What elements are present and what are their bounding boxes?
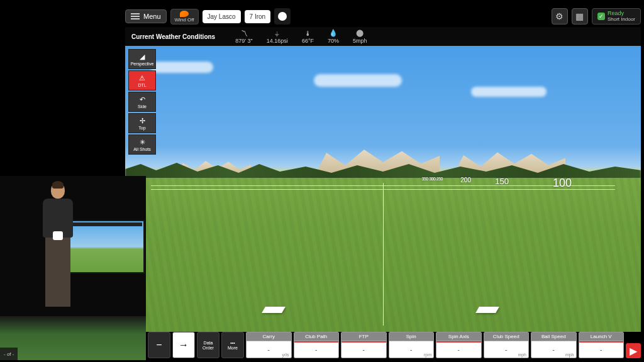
- mountain-icon: 〽: [241, 30, 248, 37]
- metric-label: Club Path: [294, 332, 339, 341]
- metric-card[interactable]: FTP-: [341, 332, 387, 358]
- wind-label: Wind Off: [175, 17, 194, 23]
- minus-button[interactable]: −: [148, 332, 170, 358]
- pip-bottom-bar: - of -: [0, 348, 18, 360]
- gear-icon: ⚙: [555, 11, 564, 21]
- view-perspective-button[interactable]: ◢Perspective: [128, 49, 156, 69]
- metric-unit: yds: [282, 353, 289, 357]
- more-button[interactable]: •••More: [221, 332, 244, 358]
- ready-status: ✓ Ready Short Indoor: [592, 8, 641, 25]
- metric-label: Ball Speed: [531, 332, 576, 341]
- arrow-right-icon: →: [179, 339, 189, 351]
- ball-icon: [278, 12, 287, 21]
- metric-card[interactable]: Spin Axis-: [436, 332, 482, 358]
- metric-label: Spin Axis: [436, 332, 481, 341]
- menu-button[interactable]: Menu: [125, 9, 167, 23]
- sky: [125, 55, 641, 131]
- tee-marker-left: [262, 307, 286, 313]
- play-icon: ▶: [630, 345, 637, 357]
- next-button[interactable]: →: [172, 332, 195, 358]
- aim-line: [383, 183, 384, 326]
- metric-value: -yds: [247, 341, 291, 358]
- metric-value: -rpm: [389, 341, 434, 358]
- tee-marker-right: [475, 307, 499, 313]
- metric-value: -: [341, 341, 386, 358]
- allshots-icon: ✳: [140, 138, 145, 146]
- wind-icon: [180, 11, 189, 17]
- data-order-button[interactable]: DataOrder: [197, 332, 219, 358]
- menu-label: Menu: [143, 13, 161, 20]
- perspective-icon: ◢: [140, 53, 145, 61]
- weather-humidity: 💧70%: [328, 29, 339, 44]
- thermometer-icon: 🌡: [304, 30, 311, 37]
- apps-button[interactable]: ▦: [572, 8, 588, 25]
- metric-card[interactable]: Launch V-: [579, 332, 625, 358]
- simulation-view[interactable]: 100 150 200 350 300 250 ◢Perspective ⚠DT…: [125, 46, 641, 332]
- metric-label: FTP: [341, 332, 386, 341]
- metric-card[interactable]: Club Path-: [294, 332, 340, 358]
- simulator-app: Menu Wind Off Jay Lasco 7 Iron ⚙ ▦ ✓ Rea…: [125, 8, 641, 359]
- metric-value: -mph: [531, 341, 576, 358]
- metric-unit: rpm: [424, 353, 431, 357]
- metric-unit: mph: [518, 353, 526, 357]
- metric-unit: mph: [565, 353, 574, 357]
- metric-value: -: [294, 341, 339, 358]
- wind-button[interactable]: Wind Off: [170, 9, 199, 25]
- play-button[interactable]: ▶: [626, 343, 641, 358]
- metric-card[interactable]: Carry-yds: [246, 332, 292, 358]
- club-chip[interactable]: 7 Iron: [245, 10, 271, 23]
- metric-label: Launch V: [579, 332, 624, 341]
- metric-card[interactable]: Ball Speed-mph: [531, 332, 577, 358]
- pressure-icon: ⏚: [275, 30, 279, 37]
- metric-value: -: [579, 341, 624, 358]
- pip-person: [33, 176, 83, 333]
- metric-value: -mph: [484, 341, 529, 358]
- top-bar: Menu Wind Off Jay Lasco 7 Iron ⚙ ▦ ✓ Rea…: [125, 8, 641, 25]
- metric-label: Spin: [389, 332, 434, 341]
- distance-marker: 350 300 250: [422, 177, 443, 181]
- droplet-icon: 💧: [329, 29, 338, 37]
- view-dtl-button[interactable]: ⚠DTL: [128, 70, 156, 90]
- compass-icon: ⬤: [356, 29, 364, 37]
- minus-icon: −: [156, 339, 162, 351]
- check-icon: ✓: [597, 13, 605, 20]
- distance-marker: 150: [495, 177, 509, 186]
- dtl-icon: ⚠: [139, 74, 145, 82]
- grid-icon: ▦: [575, 11, 584, 21]
- weather-temp: 🌡66°F: [302, 30, 314, 44]
- ready-label: Ready: [608, 11, 635, 16]
- metric-label: Carry: [247, 332, 291, 341]
- camera-pip: - of -: [0, 176, 146, 360]
- view-panel: ◢Perspective ⚠DTL ↶Side ✢Top ✳All Shots: [128, 49, 156, 155]
- metric-value: -: [436, 341, 481, 358]
- metrics-row: Carry-ydsClub Path-FTP-Spin-rpmSpin Axis…: [246, 332, 624, 358]
- distance-marker: 200: [460, 177, 471, 184]
- ball-button[interactable]: [274, 8, 291, 25]
- side-icon: ↶: [140, 96, 145, 104]
- view-top-button[interactable]: ✢Top: [128, 113, 156, 133]
- distance-marker: 100: [553, 177, 572, 190]
- metric-label: Club Speed: [484, 332, 529, 341]
- hamburger-icon: [131, 13, 140, 19]
- weather-pressure: ⏚14.16psi: [267, 30, 288, 44]
- dots-icon: •••: [230, 341, 235, 345]
- settings-button[interactable]: ⚙: [552, 8, 568, 25]
- view-side-button[interactable]: ↶Side: [128, 92, 156, 112]
- weather-bar: Current Weather Conditions 〽879' 3'' ⏚14…: [125, 27, 641, 46]
- ready-sublabel: Short Indoor: [608, 16, 635, 22]
- weather-wind: ⬤5mph: [353, 29, 367, 44]
- top-icon: ✢: [140, 117, 145, 125]
- player-chip[interactable]: Jay Lasco: [203, 10, 241, 23]
- weather-elevation: 〽879' 3'': [235, 30, 253, 44]
- pip-page: - of -: [4, 351, 14, 357]
- weather-title: Current Weather Conditions: [131, 33, 215, 40]
- metric-card[interactable]: Club Speed-mph: [484, 332, 530, 358]
- metric-card[interactable]: Spin-rpm: [389, 332, 435, 358]
- view-allshots-button[interactable]: ✳All Shots: [128, 134, 156, 155]
- bottom-bar: − → DataOrder •••More Carry-ydsClub Path…: [148, 332, 641, 358]
